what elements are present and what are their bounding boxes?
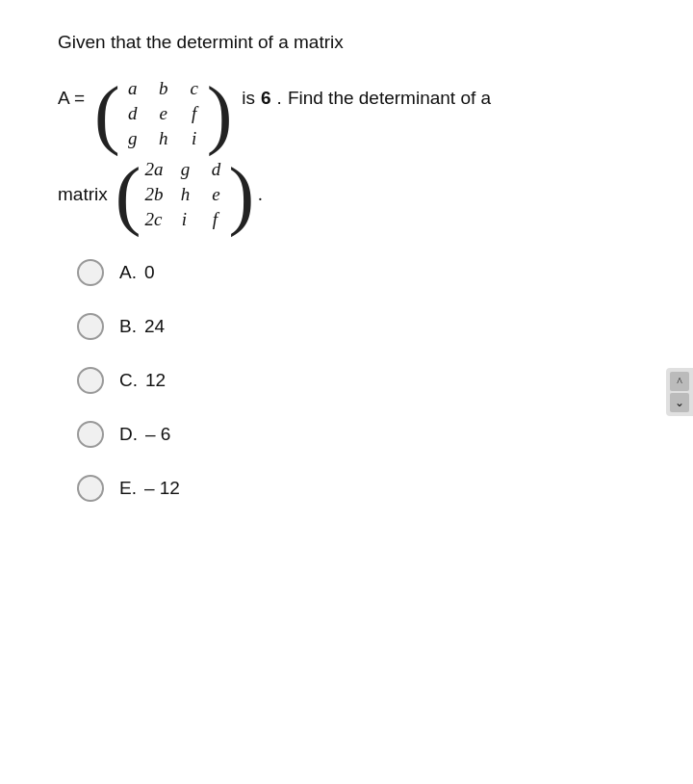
option-e[interactable]: E. – 12 (77, 475, 654, 502)
option-b-letter: B. (119, 316, 137, 337)
cell-a-20: g (124, 128, 141, 149)
left-bracket-a: ( (94, 81, 120, 146)
right-bracket-a: ) (207, 81, 233, 146)
option-a-label: A. 0 (119, 262, 155, 283)
cell-a-22: i (186, 128, 203, 149)
matrix2-row-2: 2b h e (144, 184, 224, 205)
cell-a-11: e (155, 103, 172, 124)
cell-2-10: 2b (144, 184, 163, 205)
option-a[interactable]: A. 0 (77, 259, 654, 286)
option-c[interactable]: C. 12 (77, 367, 654, 394)
period: . (258, 184, 263, 205)
option-d[interactable]: D. – 6 (77, 421, 654, 448)
cell-2-20: 2c (144, 209, 162, 230)
is-text: is (242, 88, 255, 109)
matrix-a-content: a b c d e f g h i (124, 78, 203, 149)
option-e-label: E. – 12 (119, 478, 180, 499)
radio-a[interactable] (77, 259, 104, 286)
option-d-letter: D. (119, 424, 138, 445)
option-e-value: – 12 (144, 478, 180, 499)
cell-a-00: a (124, 78, 141, 99)
matrix-a-wrapper: ( a b c d e f g h i ) (94, 78, 232, 149)
radio-b[interactable] (77, 313, 104, 340)
dot-separator: . (277, 88, 282, 109)
cell-a-21: h (155, 128, 172, 149)
find-text: Find the determinant of a (288, 88, 491, 109)
options-area: A. 0 B. 24 C. 12 D. – 6 E. – 12 (58, 259, 654, 502)
option-b[interactable]: B. 24 (77, 313, 654, 340)
option-c-value: 12 (145, 370, 166, 391)
matrix2-area: matrix ( 2a g d 2b h e 2c i f ) . (58, 159, 654, 230)
matrix2-row-3: 2c i f (144, 209, 224, 230)
cell-2-02: d (207, 159, 224, 180)
matrix-a-row-1: a b c (124, 78, 203, 99)
matrix-a-label: A = (58, 78, 85, 109)
cell-a-01: b (155, 78, 172, 99)
problem-text: is 6. Find the determinant of a (242, 78, 491, 109)
matrix-a-row-2: d e f (124, 103, 203, 124)
det-value: 6 (261, 88, 271, 109)
cell-a-10: d (124, 103, 141, 124)
option-d-label: D. – 6 (119, 424, 170, 445)
option-c-label: C. 12 (119, 370, 166, 391)
option-e-letter: E. (119, 478, 137, 499)
matrix2-content: 2a g d 2b h e 2c i f (144, 159, 224, 230)
matrix2-label: matrix (58, 184, 108, 205)
option-d-value: – 6 (145, 424, 170, 445)
matrix2-wrapper: ( 2a g d 2b h e 2c i f ) (116, 159, 254, 230)
right-bracket-2: ) (228, 162, 254, 227)
option-a-letter: A. (119, 262, 137, 283)
cell-2-01: g (176, 159, 193, 180)
radio-c[interactable] (77, 367, 104, 394)
radio-e[interactable] (77, 475, 104, 502)
cell-2-00: 2a (144, 159, 163, 180)
header-text: Given that the determint of a matrix (58, 32, 344, 52)
matrix-a-row-3: g h i (124, 128, 203, 149)
cell-2-21: i (175, 209, 192, 230)
scroll-up-button[interactable]: ^ (670, 372, 689, 391)
problem-area: A = ( a b c d e f g h i ) is 6. Find the (58, 78, 654, 149)
option-b-label: B. 24 (119, 316, 165, 337)
option-c-letter: C. (119, 370, 138, 391)
cell-2-11: h (176, 184, 193, 205)
option-b-value: 24 (144, 316, 165, 337)
cell-2-12: e (207, 184, 224, 205)
left-bracket-2: ( (116, 162, 141, 227)
cell-2-22: f (206, 209, 223, 230)
matrix2-label-text: matrix (58, 184, 108, 204)
scroll-down-button[interactable]: ⌄ (670, 393, 689, 412)
radio-d[interactable] (77, 421, 104, 448)
matrix2-row-1: 2a g d (144, 159, 224, 180)
question-header: Given that the determint of a matrix (58, 29, 654, 57)
scroll-indicator: ^ ⌄ (666, 368, 693, 416)
matrix-a-equals: A = (58, 88, 85, 109)
cell-a-12: f (186, 103, 203, 124)
option-a-value: 0 (144, 262, 155, 283)
cell-a-02: c (186, 78, 203, 99)
